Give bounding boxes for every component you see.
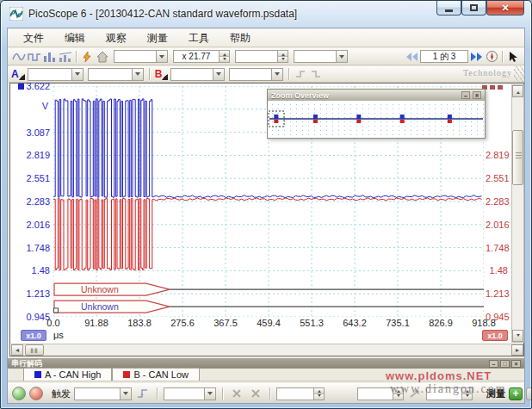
zoom-overview-minimize-icon[interactable]: –: [461, 91, 470, 99]
x-tick-label: 183.8: [121, 318, 158, 328]
svg-text:Unknown: Unknown: [81, 301, 119, 312]
x-tick-label: 918.8: [465, 318, 503, 328]
minimize-button[interactable]: [436, 1, 461, 15]
horizontal-scrollbar[interactable]: ◂ ▮▮ ▸: [11, 344, 523, 356]
channel-a-axis-marker: [18, 84, 24, 90]
window-title: PicoScope 6 - [20130412-CAN standard wav…: [28, 8, 297, 20]
buffer-navigator-icon[interactable]: [484, 50, 499, 64]
spectrum-view-icon[interactable]: [42, 50, 58, 64]
serial-close-icon[interactable]: ×: [511, 360, 521, 368]
channel-b-range-select[interactable]: [170, 68, 225, 81]
decode-tab[interactable]: B - CAN Low: [112, 368, 200, 381]
cursor-x1-icon[interactable]: [229, 387, 244, 400]
vertical-scrollbar[interactable]: [511, 84, 524, 343]
scope-view-icon[interactable]: [11, 50, 27, 64]
y-tick-label-left: 2.551: [12, 173, 50, 183]
zoom-overview-titlebar[interactable]: Zoom Overview – ×: [268, 90, 485, 101]
y-tick-label-right: 2.016: [486, 220, 508, 230]
trigger-arrow-icon[interactable]: [407, 387, 423, 400]
persistence-view-icon[interactable]: [27, 50, 42, 64]
pre-trigger-input[interactable]: [357, 387, 404, 400]
menu-item[interactable]: 编辑: [54, 29, 96, 47]
x-axis-unit: μs: [53, 330, 64, 340]
decode-tab-label: A - CAN High: [45, 369, 101, 380]
y-tick-label-right: 1.213: [486, 288, 508, 299]
zoom-factor-input[interactable]: x 21.77: [173, 50, 230, 63]
channel-b-coupling-select[interactable]: [229, 68, 283, 81]
channel-color-swatch: [34, 371, 41, 378]
channel-a-coupling-select[interactable]: [88, 68, 144, 81]
x-scale-badge-right[interactable]: x1.0: [482, 330, 508, 341]
channel-b-label[interactable]: B: [155, 68, 169, 80]
next-buffer-icon[interactable]: [468, 50, 484, 64]
timebase-select[interactable]: [114, 50, 168, 63]
digital-inputs-icon[interactable]: [294, 67, 310, 81]
trigger-level-input[interactable]: [276, 387, 325, 400]
post-down-button[interactable]: [462, 394, 472, 400]
menu-item[interactable]: 工具: [178, 29, 220, 47]
mixed-view-icon[interactable]: [58, 50, 73, 64]
stop-capture-button[interactable]: [29, 387, 43, 400]
post-trigger-input[interactable]: [426, 387, 473, 400]
remove-measurement-button[interactable]: [526, 387, 532, 400]
decode-tab-label: B - CAN Low: [133, 369, 189, 380]
cursor-x2-icon[interactable]: [248, 387, 263, 400]
auto-setup-icon[interactable]: [79, 50, 95, 64]
trigger-source-select[interactable]: [164, 387, 216, 400]
title-bar[interactable]: PicoScope 6 - [20130412-CAN standard wav…: [1, 1, 531, 27]
zoom-factor-value: x 21.77: [174, 51, 219, 62]
menu-item[interactable]: 文件: [13, 29, 54, 47]
restore-button[interactable]: [461, 1, 486, 15]
decode-tab[interactable]: A - CAN High: [23, 368, 112, 381]
svg-text:Unknown: Unknown: [81, 284, 119, 294]
y-tick-label-left: 2.016: [12, 220, 50, 230]
x-tick-label: 275.6: [164, 318, 201, 328]
samples-down-button[interactable]: [278, 56, 288, 62]
start-capture-button[interactable]: [12, 387, 26, 400]
channel-a-range-select[interactable]: [28, 68, 84, 81]
add-measurement-button[interactable]: +: [509, 387, 523, 400]
zoom-overview-body[interactable]: [268, 101, 485, 138]
horizontal-scroll-thumb[interactable]: ▮▮: [25, 344, 44, 356]
y-tick-label-left: 3.622: [12, 81, 50, 91]
channel-color-swatch: [123, 371, 130, 378]
x-scale-badge-left[interactable]: x1.0: [21, 330, 46, 341]
scroll-down-button[interactable]: [512, 330, 523, 342]
channel-toolbar: A B Technology: [8, 66, 524, 83]
y-tick-label-left: 3.087: [12, 127, 50, 138]
trigger-mode-select[interactable]: [74, 387, 132, 400]
home-icon[interactable]: [95, 50, 110, 64]
measurements-label: 测量: [486, 387, 505, 400]
menu-item[interactable]: 帮助: [220, 29, 261, 47]
trigger-edge-icon[interactable]: [135, 387, 151, 400]
pointer-tool-icon[interactable]: [505, 50, 521, 64]
menu-item[interactable]: 测量: [137, 29, 178, 47]
x-tick-label: 0.0: [34, 318, 72, 328]
zoom-overview-close-icon[interactable]: ×: [473, 91, 481, 99]
decode-tab-bar: A - CAN HighB - CAN Low: [8, 369, 524, 381]
pre-down-button[interactable]: [393, 394, 403, 400]
digital-outputs-icon[interactable]: [310, 67, 325, 81]
pico-technology-watermark: Technology: [463, 68, 512, 77]
level-down-button[interactable]: [314, 394, 324, 400]
serial-minimize-icon[interactable]: –: [489, 360, 498, 368]
x-tick-label: 91.88: [77, 318, 115, 328]
zoom-overview-title: Zoom Overview: [271, 91, 329, 100]
prev-buffer-icon[interactable]: [405, 50, 420, 64]
x-tick-label: 459.4: [250, 318, 288, 328]
menu-bar: 文件编辑观察测量工具帮助: [8, 29, 524, 47]
channel-a-label[interactable]: A: [11, 68, 25, 80]
close-button[interactable]: ✕: [486, 1, 524, 15]
vertical-scroll-thumb[interactable]: [512, 130, 523, 185]
zoom-down-button[interactable]: [220, 56, 229, 62]
serial-restore-icon[interactable]: □: [500, 360, 510, 368]
menu-item[interactable]: 观察: [96, 29, 137, 47]
resolution-select[interactable]: [294, 50, 348, 63]
buffer-indicator[interactable]: 1 的 3: [420, 50, 468, 63]
scroll-left-button[interactable]: ◂: [11, 344, 23, 356]
scroll-right-button[interactable]: ▸: [511, 344, 523, 356]
samples-input[interactable]: [235, 50, 288, 63]
scroll-up-button[interactable]: [512, 85, 523, 97]
serial-decode-panel: 串行解码 – □ × A - CAN HighB - CAN Low: [8, 358, 524, 381]
y-axis-unit: V: [31, 101, 48, 111]
